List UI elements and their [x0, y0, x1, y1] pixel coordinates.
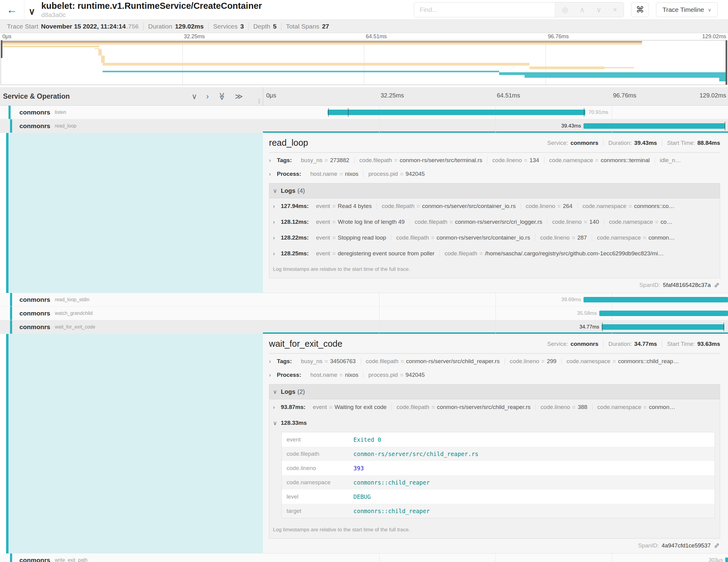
chevron-right-icon: ›	[273, 219, 281, 225]
divider	[662, 340, 662, 348]
detail-indent-area	[0, 334, 263, 553]
minimap-span	[525, 75, 726, 78]
find-box: ◎ ∧ ∨ ×	[414, 2, 624, 17]
collapse-all-icon[interactable]: ≫	[217, 92, 226, 100]
service-name: conmonrs	[19, 296, 50, 303]
clear-search-icon[interactable]: ×	[613, 6, 617, 14]
divider	[269, 152, 720, 153]
log-marker	[723, 323, 724, 331]
process-accordion[interactable]: › Process: host.name=nixos process.pid=9…	[269, 368, 720, 382]
chevron-down-icon: ∨	[708, 7, 711, 13]
detail-panel: read_loop Service:conmonrs Duration:39.4…	[263, 133, 728, 293]
prev-match-icon[interactable]: ∧	[580, 6, 585, 14]
minimap-span	[604, 67, 634, 68]
span-duration-label: 39.43ms	[561, 123, 581, 129]
operation-name: write_exit_path	[55, 557, 88, 562]
minimap-span	[529, 66, 604, 69]
span-name-cell[interactable]: conmonrs read_loop_stdin	[0, 293, 263, 306]
chevron-right-icon: ›	[269, 358, 277, 365]
span-timeline-cell[interactable]: 39.43ms	[263, 119, 728, 133]
keyboard-shortcuts-button[interactable]: ⌘	[631, 2, 649, 17]
span-timeline-cell[interactable]: 35.58ms	[263, 307, 728, 320]
view-selector-label: Trace Timeline	[662, 6, 704, 13]
span-timeline-cell[interactable]: 34.77ms	[263, 320, 728, 334]
span-duration-label: 70.91ms	[588, 109, 608, 115]
span-bar[interactable]	[328, 110, 585, 115]
span-row-watch-grandchild[interactable]: conmonrs watch_grandchild 35.58ms	[0, 307, 728, 320]
chevron-down-icon: ∨	[273, 388, 281, 395]
span-row-read-loop-stdin[interactable]: conmonrs read_loop_stdin 39.69ms	[0, 293, 728, 307]
trace-header-collapse-toggle[interactable]: ∨	[29, 6, 35, 17]
chevron-right-icon: ›	[273, 234, 281, 241]
tags-accordion[interactable]: › Tags: busy_ns=273882 code.filepath=con…	[269, 153, 720, 167]
operation-name: read_loop_stdin	[55, 297, 90, 302]
span-name-cell[interactable]: conmonrs wait_for_exit_code	[0, 320, 263, 334]
operation-name: watch_grandchild	[55, 311, 93, 316]
span-timeline-cell[interactable]: 70.91ms	[263, 106, 728, 119]
service-color-accent	[10, 307, 12, 320]
span-id-row: SpanID: 4a947cfd1ce59537	[269, 542, 720, 549]
span-name-cell[interactable]: conmonrs watch_grandchild	[0, 307, 263, 320]
chevron-right-icon: ›	[269, 157, 277, 164]
span-row-wait-for-exit-code[interactable]: conmonrs wait_for_exit_code 34.77ms	[0, 320, 728, 334]
span-bar[interactable]	[583, 297, 728, 302]
gridline	[364, 40, 364, 85]
back-arrow-icon: ←	[7, 3, 18, 16]
column-resize-handle[interactable]: ∥	[258, 98, 261, 104]
log-entry[interactable]: › 128.12ms: event=Wrote log line of leng…	[269, 214, 720, 230]
log-entry-expanded[interactable]: ∨ 128.33ms	[269, 415, 720, 431]
span-detail-meta: Service:conmonrs Duration:39.43ms Start …	[547, 139, 720, 147]
chevron-right-icon: ›	[269, 171, 277, 177]
detail-indent-area	[0, 133, 263, 293]
span-name-cell[interactable]: conmonrs write_exit_path	[0, 553, 263, 562]
log-marker	[602, 323, 603, 331]
span-bar[interactable]	[599, 311, 728, 316]
trace-titles: kubelet: runtime.v1.RuntimeService/Creat…	[41, 1, 262, 19]
chevron-right-icon: ›	[269, 372, 277, 378]
minimap-span	[719, 78, 726, 81]
logs-accordion[interactable]: ∨ Logs (4)	[269, 183, 720, 198]
trace-timeline-page: ← ∨ kubelet: runtime.v1.RuntimeService/C…	[0, 0, 728, 562]
locate-icon[interactable]: ◎	[562, 6, 568, 14]
span-bar[interactable]	[583, 123, 725, 129]
back-button[interactable]: ←	[0, 0, 24, 19]
search-input[interactable]	[414, 2, 555, 17]
tags-accordion[interactable]: › Tags: busy_ns=34506763 code.filepath=c…	[269, 354, 720, 368]
chevron-down-icon: ∨	[273, 420, 281, 427]
copy-link-icon[interactable]	[713, 282, 720, 288]
span-timeline-cell[interactable]: 39.69ms	[263, 293, 728, 306]
span-name-cell[interactable]: conmonrs read_loop	[0, 119, 263, 133]
span-bar[interactable]	[725, 557, 728, 562]
table-row: target conmonrs::child_reaper	[282, 504, 715, 518]
logs-accordion[interactable]: ∨ Logs (2)	[269, 384, 720, 399]
collapse-one-icon[interactable]: ∨	[192, 92, 197, 101]
operation-name: wait_for_exit_code	[55, 324, 95, 330]
chevron-right-icon: ›	[273, 404, 281, 410]
span-bar[interactable]	[602, 324, 724, 330]
divider	[662, 139, 662, 147]
page-title: kubelet: runtime.v1.RuntimeService/Creat…	[41, 1, 262, 11]
log-entry[interactable]: › 93.87ms: event=Waiting for exit code c…	[269, 399, 720, 415]
copy-link-icon[interactable]	[713, 542, 720, 549]
trace-services: Services 3	[208, 22, 248, 30]
log-entry[interactable]: › 127.94ms: event=Read 4 bytes code.file…	[269, 198, 720, 214]
view-selector-button[interactable]: Trace Timeline ∨	[656, 2, 718, 17]
log-entry[interactable]: › 128.22ms: event=Stopping read loop cod…	[269, 230, 720, 246]
log-entry[interactable]: › 128.25ms: event=deregistering event so…	[269, 246, 720, 261]
gridline	[182, 40, 183, 85]
timeline-minimap[interactable]	[1, 40, 727, 85]
span-row-write-exit-path[interactable]: conmonrs write_exit_path 303μs	[0, 553, 728, 562]
expand-all-icon[interactable]: ≫	[235, 92, 243, 101]
trace-start: Trace Start November 15 2022, 11:24:14 .…	[2, 22, 143, 30]
span-row-read-loop[interactable]: conmonrs read_loop 39.43ms	[0, 119, 728, 133]
process-accordion[interactable]: › Process: host.name=nixos process.pid=9…	[269, 167, 720, 181]
viewport-drag-handle-left[interactable]	[1, 40, 2, 58]
minimap-tick-labels: 0μs 32.25ms 64.51ms 96.76ms 129.02ms	[0, 33, 728, 40]
span-timeline-cell[interactable]: 303μs	[263, 553, 728, 562]
expand-one-icon[interactable]: ›	[206, 92, 209, 101]
span-name-cell[interactable]: conmonrs listen	[0, 106, 263, 119]
divider	[269, 353, 720, 354]
span-row-listen[interactable]: conmonrs listen 70.91ms	[0, 106, 728, 119]
viewport-drag-handle-right[interactable]	[726, 40, 727, 85]
next-match-icon[interactable]: ∨	[596, 6, 601, 14]
